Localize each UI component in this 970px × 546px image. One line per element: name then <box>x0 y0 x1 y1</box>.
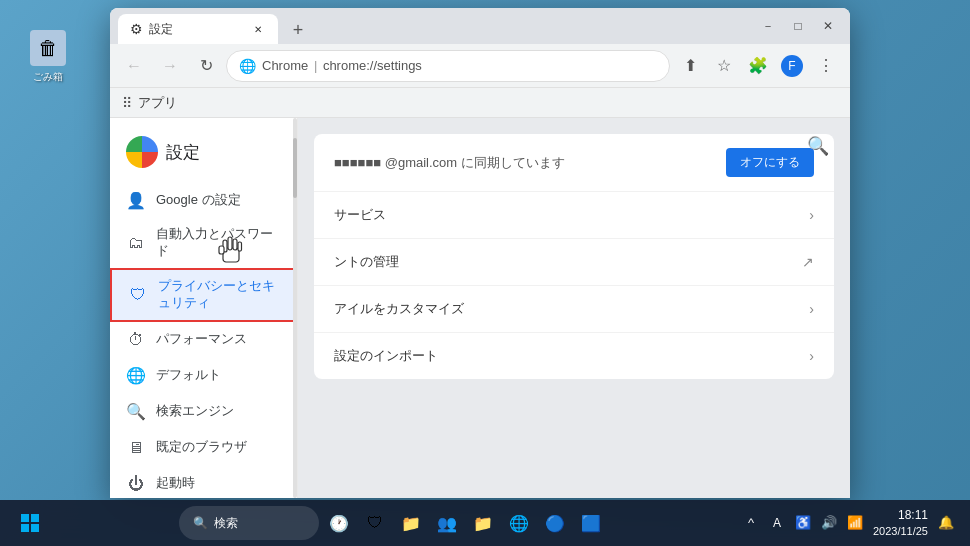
new-tab-button[interactable]: + <box>284 16 312 44</box>
address-url: chrome://settings <box>323 58 422 73</box>
taskbar-app-clock[interactable]: 🕐 <box>323 507 355 539</box>
apps-grid-icon[interactable]: ⠿ <box>122 95 132 111</box>
sidebar-item-google-label: Google の設定 <box>156 192 281 209</box>
import-label: 設定のインポート <box>334 347 809 365</box>
notification-bell[interactable]: 🔔 <box>934 511 958 535</box>
address-separator: | <box>314 58 321 73</box>
tab-close-button[interactable]: ✕ <box>250 21 266 37</box>
reload-button[interactable]: ↻ <box>190 50 222 82</box>
nav-actions: ⬆ ☆ 🧩 F ⋮ <box>674 50 842 82</box>
bookmark-button[interactable]: ☆ <box>708 50 740 82</box>
import-arrow-icon: › <box>809 348 814 364</box>
sync-off-button[interactable]: オフにする <box>726 148 814 177</box>
bookmark-icon: ☆ <box>717 56 731 75</box>
system-tray: ^ A ♿ 🔊 📶 <box>739 511 867 535</box>
start-button[interactable] <box>12 505 48 541</box>
startup-icon: ⏻ <box>126 475 146 493</box>
taskbar-clock[interactable]: 18:11 2023/11/25 <box>873 508 928 538</box>
taskbar-right: ^ A ♿ 🔊 📶 18:11 2023/11/25 🔔 <box>739 508 958 538</box>
back-button[interactable]: ← <box>118 50 150 82</box>
svg-rect-6 <box>21 514 29 522</box>
address-bar[interactable]: 🌐 Chrome | chrome://settings <box>226 50 670 82</box>
taskbar-app-teams[interactable]: 👥 <box>431 507 463 539</box>
taskbar-app-chrome[interactable]: 🔵 <box>539 507 571 539</box>
taskbar-search-icon: 🔍 <box>193 516 208 530</box>
profile-button[interactable]: F <box>776 50 808 82</box>
svg-rect-8 <box>21 524 29 532</box>
taskbar-app-files[interactable]: 📁 <box>395 507 427 539</box>
sidebar-item-privacy-label: プライバシーとセキュリティ <box>158 278 279 312</box>
trash-icon: 🗑 <box>30 30 66 66</box>
default-icon: 🌐 <box>126 366 146 385</box>
sidebar-item-browser[interactable]: 🖥 既定のブラウザ <box>110 430 297 466</box>
profile-icon: F <box>781 55 803 77</box>
tab-strip: ⚙ 設定 ✕ + <box>118 14 312 44</box>
sidebar-item-startup[interactable]: ⏻ 起動時 <box>110 466 297 498</box>
account-row[interactable]: ントの管理 ↗ <box>314 239 834 286</box>
sidebar-item-search[interactable]: 🔍 検索エンジン <box>110 394 297 430</box>
service-arrow-icon: › <box>809 207 814 223</box>
sync-row: ■■■■■■ @gmail.com に同期しています オフにする <box>314 134 834 192</box>
taskbar-search-label: 検索 <box>214 515 238 532</box>
reload-icon: ↻ <box>200 56 213 75</box>
sidebar-item-performance-label: パフォーマンス <box>156 331 281 348</box>
svg-rect-7 <box>31 514 39 522</box>
sidebar-item-autofill[interactable]: 🗂 自動入力とパスワード <box>110 218 297 268</box>
desktop-icon-trash[interactable]: 🗑 ごみ箱 <box>18 30 78 84</box>
share-button[interactable]: ⬆ <box>674 50 706 82</box>
address-brand: Chrome <box>262 58 308 73</box>
tab-favicon: ⚙ <box>130 21 143 37</box>
taskbar-left <box>12 505 48 541</box>
tray-volume[interactable]: 🔊 <box>817 511 841 535</box>
content-area: 設定 👤 Google の設定 🗂 自動入力とパスワード 🛡 プライバシーとセキ… <box>110 118 850 498</box>
forward-button[interactable]: → <box>154 50 186 82</box>
window-minimize-button[interactable]: － <box>754 16 782 36</box>
import-row[interactable]: 設定のインポート › <box>314 333 834 379</box>
taskbar-app-store[interactable]: 🟦 <box>575 507 607 539</box>
service-label: サービス <box>334 206 809 224</box>
settings-tab[interactable]: ⚙ 設定 ✕ <box>118 14 278 44</box>
privacy-icon: 🛡 <box>128 286 148 304</box>
taskbar-app-explorer[interactable]: 📁 <box>467 507 499 539</box>
sidebar-item-default[interactable]: 🌐 デフォルト <box>110 358 297 394</box>
window-maximize-button[interactable]: □ <box>784 16 812 36</box>
tray-accessibility[interactable]: ♿ <box>791 511 815 535</box>
sidebar-item-performance[interactable]: ⏱ パフォーマンス <box>110 322 297 358</box>
taskbar-time: 18:11 <box>873 508 928 524</box>
service-row[interactable]: サービス › <box>314 192 834 239</box>
sidebar-scrollbar[interactable] <box>293 118 297 498</box>
sidebar-item-startup-label: 起動時 <box>156 475 281 492</box>
autofill-icon: 🗂 <box>126 234 146 252</box>
search-engine-icon: 🔍 <box>126 402 146 421</box>
chrome-menu-button[interactable]: ⋮ <box>810 50 842 82</box>
address-text: Chrome | chrome://settings <box>262 58 657 73</box>
apps-label[interactable]: アプリ <box>138 94 177 112</box>
profile-customize-label: アイルをカスタマイズ <box>334 300 809 318</box>
settings-search-button[interactable]: 🔍 <box>802 130 834 162</box>
extensions-icon: 🧩 <box>748 56 768 75</box>
apps-bar: ⠿ アプリ <box>110 88 850 118</box>
profile-customize-row[interactable]: アイルをカスタマイズ › <box>314 286 834 333</box>
account-external-icon: ↗ <box>802 254 814 270</box>
tray-chevron[interactable]: ^ <box>739 511 763 535</box>
sync-email: ■■■■■■ @gmail.com に同期しています <box>334 154 716 172</box>
taskbar-center: 🔍 検索 🕐 🛡 📁 👥 📁 🌐 🔵 🟦 <box>48 506 739 540</box>
forward-icon: → <box>162 57 178 75</box>
taskbar-app-edge[interactable]: 🌐 <box>503 507 535 539</box>
tray-network[interactable]: 📶 <box>843 511 867 535</box>
taskbar-search[interactable]: 🔍 検索 <box>179 506 319 540</box>
sidebar-item-google[interactable]: 👤 Google の設定 <box>110 182 297 218</box>
window-close-button[interactable]: ✕ <box>814 16 842 36</box>
sidebar-item-privacy[interactable]: 🛡 プライバシーとセキュリティ <box>110 268 297 322</box>
settings-title: 設定 <box>110 126 297 182</box>
title-bar: ⚙ 設定 ✕ + － □ ✕ <box>110 8 850 44</box>
account-label: ントの管理 <box>334 253 802 271</box>
taskbar-app-security[interactable]: 🛡 <box>359 507 391 539</box>
tray-font[interactable]: A <box>765 511 789 535</box>
sidebar-item-browser-label: 既定のブラウザ <box>156 439 281 456</box>
settings-card: ■■■■■■ @gmail.com に同期しています オフにする サービス › … <box>314 134 834 379</box>
main-panel: 🔍 ■■■■■■ @gmail.com に同期しています オフにする サービス … <box>298 118 850 498</box>
extensions-button[interactable]: 🧩 <box>742 50 774 82</box>
svg-rect-9 <box>31 524 39 532</box>
settings-search-icon: 🔍 <box>807 135 829 157</box>
